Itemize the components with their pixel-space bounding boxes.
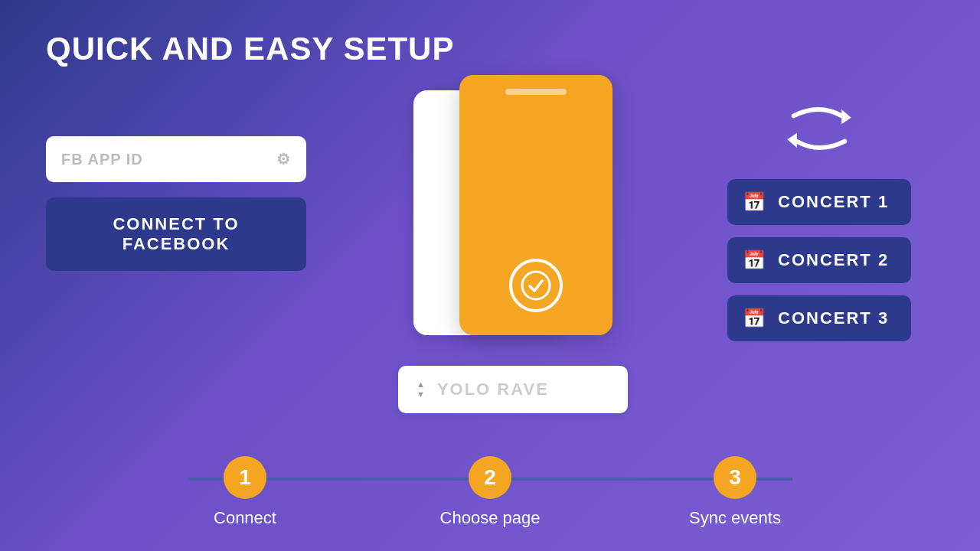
checkmark-circle xyxy=(509,259,563,312)
step-1-label: Connect xyxy=(214,508,276,528)
svg-marker-1 xyxy=(841,109,851,124)
step-3: 3 Sync events xyxy=(612,456,858,528)
concert1-label: CONCERT 1 xyxy=(778,192,889,212)
content-row: FB APP ID ⚙ CONNECT TO FACEBOOK xyxy=(46,90,934,441)
step-2-label: Choose page xyxy=(440,508,541,528)
fb-app-id-placeholder: FB APP ID xyxy=(61,151,143,168)
steps-row: 1 Connect 2 Choose page 3 Sync events xyxy=(46,456,934,528)
step-3-circle: 3 xyxy=(714,456,756,499)
connect-facebook-button[interactable]: CONNECT TO FACEBOOK xyxy=(46,197,306,271)
page-dropdown[interactable]: ▲ ▼ YOLO RAVE xyxy=(398,366,628,413)
dropdown-value: YOLO RAVE xyxy=(437,380,549,399)
step-2-circle: 2 xyxy=(469,456,511,499)
calendar-icon-1: 📅 xyxy=(743,191,767,213)
sync-arrows-icon xyxy=(781,98,858,159)
gear-icon: ⚙ xyxy=(276,150,291,168)
main-container: QUICK AND EASY SETUP FB APP ID ⚙ CONNECT… xyxy=(0,0,980,551)
concert1-button[interactable]: 📅 CONCERT 1 xyxy=(727,179,911,225)
left-section: FB APP ID ⚙ CONNECT TO FACEBOOK xyxy=(46,136,322,271)
svg-marker-2 xyxy=(787,133,797,148)
step-2: 2 Choose page xyxy=(368,456,612,528)
checkmark-icon xyxy=(521,270,551,301)
dropdown-arrows-icon: ▲ ▼ xyxy=(416,380,425,399)
svg-point-0 xyxy=(522,272,550,299)
right-section: 📅 CONCERT 1 📅 CONCERT 2 📅 CONCERT 3 xyxy=(704,98,934,341)
concert3-label: CONCERT 3 xyxy=(778,308,889,328)
page-title: QUICK AND EASY SETUP xyxy=(46,31,934,67)
concert3-button[interactable]: 📅 CONCERT 3 xyxy=(727,295,911,341)
fb-app-id-field[interactable]: FB APP ID ⚙ xyxy=(46,136,306,182)
calendar-icon-3: 📅 xyxy=(743,308,767,329)
step-1: 1 Connect xyxy=(122,456,368,528)
concert2-label: CONCERT 2 xyxy=(778,250,889,270)
calendar-icon-2: 📅 xyxy=(743,249,767,271)
center-section: ▲ ▼ YOLO RAVE xyxy=(398,75,628,413)
step-1-circle: 1 xyxy=(224,456,266,499)
step-3-label: Sync events xyxy=(689,508,781,528)
phone-front xyxy=(459,75,612,335)
concert2-button[interactable]: 📅 CONCERT 2 xyxy=(727,237,911,283)
phone-notch xyxy=(505,89,567,95)
phone-mockup xyxy=(413,75,612,350)
